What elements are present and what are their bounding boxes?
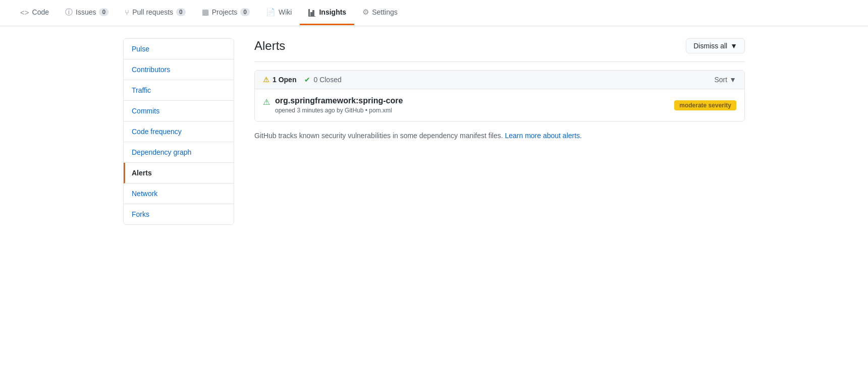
- sidebar-item-commits[interactable]: Commits: [124, 101, 234, 121]
- settings-icon: ⚙: [362, 8, 369, 17]
- sidebar-item-dependency-graph[interactable]: Dependency graph: [124, 142, 234, 163]
- sidebar-item-forks[interactable]: Forks: [124, 204, 234, 224]
- sort-label: Sort: [714, 76, 727, 84]
- page-title: Alerts: [254, 39, 285, 53]
- open-warning-icon: ⚠: [263, 76, 269, 84]
- alert-warning-icon: ⚠: [263, 97, 270, 107]
- code-icon: <>: [20, 8, 29, 17]
- closed-count[interactable]: ✔ 0 Closed: [304, 76, 341, 84]
- alerts-box: ⚠ 1 Open ✔ 0 Closed Sort ▼ ⚠: [254, 70, 745, 121]
- alert-row[interactable]: ⚠ org.springframework:spring-core opened…: [255, 89, 744, 121]
- tab-insights[interactable]: Insights: [300, 1, 354, 25]
- alert-left: ⚠ org.springframework:spring-core opened…: [263, 96, 403, 114]
- info-text-content: GitHub tracks known security vulnerabili…: [254, 132, 503, 140]
- alert-name: org.springframework:spring-core: [275, 96, 403, 105]
- dismiss-all-label: Dismiss all: [693, 42, 727, 50]
- closed-check-icon: ✔: [304, 76, 310, 84]
- page-layout: Pulse Contributors Traffic Commits Code …: [111, 38, 757, 225]
- sidebar-item-alerts[interactable]: Alerts: [124, 163, 234, 183]
- learn-more-label: Learn more about alerts.: [505, 132, 582, 140]
- sidebar: Pulse Contributors Traffic Commits Code …: [123, 38, 234, 225]
- tab-settings-label: Settings: [372, 8, 398, 16]
- tab-code[interactable]: <> Code: [12, 1, 57, 25]
- tab-insights-label: Insights: [319, 8, 346, 16]
- info-text: GitHub tracks known security vulnerabili…: [254, 132, 745, 140]
- pull-requests-icon: ⑂: [125, 8, 129, 17]
- open-count-label: 1 Open: [273, 76, 296, 84]
- projects-icon: ▦: [202, 8, 209, 17]
- top-nav: <> Code ⓘ Issues 0 ⑂ Pull requests 0 ▦ P…: [0, 0, 868, 26]
- tab-issues[interactable]: ⓘ Issues 0: [57, 1, 117, 26]
- tab-projects[interactable]: ▦ Projects 0: [194, 1, 258, 25]
- tab-issues-label: Issues: [76, 8, 96, 16]
- tab-pull-requests[interactable]: ⑂ Pull requests 0: [117, 1, 194, 25]
- alerts-header-left: ⚠ 1 Open ✔ 0 Closed: [263, 76, 342, 84]
- wiki-icon: 📄: [266, 8, 276, 17]
- tab-pull-requests-label: Pull requests: [132, 8, 173, 16]
- sidebar-item-contributors[interactable]: Contributors: [124, 59, 234, 80]
- projects-badge: 0: [240, 8, 250, 16]
- tab-projects-label: Projects: [212, 8, 238, 16]
- sort-chevron-icon: ▼: [729, 76, 736, 84]
- alerts-header: ⚠ 1 Open ✔ 0 Closed Sort ▼: [255, 71, 744, 89]
- learn-more-link[interactable]: Learn more about alerts.: [505, 132, 582, 140]
- dismiss-all-button[interactable]: Dismiss all ▼: [686, 38, 745, 53]
- sidebar-item-code-frequency[interactable]: Code frequency: [124, 121, 234, 142]
- tab-code-label: Code: [32, 8, 49, 16]
- open-count[interactable]: ⚠ 1 Open: [263, 76, 296, 84]
- alert-meta: opened 3 minutes ago by GitHub • pom.xml: [275, 107, 403, 114]
- severity-badge: moderate severity: [674, 100, 736, 110]
- pull-requests-badge: 0: [176, 8, 186, 16]
- sort-button[interactable]: Sort ▼: [714, 76, 736, 84]
- tab-wiki[interactable]: 📄 Wiki: [258, 1, 300, 25]
- sidebar-item-network[interactable]: Network: [124, 183, 234, 204]
- dismiss-chevron-icon: ▼: [730, 42, 737, 50]
- tab-wiki-label: Wiki: [279, 8, 292, 16]
- issues-icon: ⓘ: [65, 8, 73, 17]
- main-header: Alerts Dismiss all ▼: [254, 38, 745, 62]
- alert-info: org.springframework:spring-core opened 3…: [275, 96, 403, 114]
- main-content: Alerts Dismiss all ▼ ⚠ 1 Open ✔ 0 Closed: [246, 38, 745, 225]
- sidebar-item-traffic[interactable]: Traffic: [124, 80, 234, 101]
- sidebar-item-pulse[interactable]: Pulse: [124, 39, 234, 59]
- issues-badge: 0: [99, 8, 108, 16]
- insights-icon: [308, 8, 316, 17]
- tab-settings[interactable]: ⚙ Settings: [354, 1, 406, 25]
- closed-count-label: 0 Closed: [313, 76, 341, 84]
